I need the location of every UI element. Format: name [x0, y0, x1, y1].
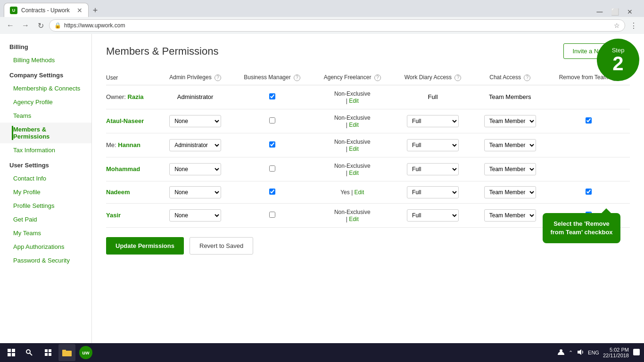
taskbar-file-explorer[interactable] — [58, 344, 75, 361]
chat-select-nadeem[interactable]: Team Members All None — [484, 186, 536, 198]
chat-cell-yasir[interactable]: Team Members All None — [473, 203, 547, 227]
notifications-icon[interactable] — [633, 348, 640, 357]
admin-cell-ataul[interactable]: None Administrator — [158, 109, 232, 133]
workdiary-cell-mohammad[interactable]: Full Limited None — [393, 157, 473, 181]
workdiary-select-hannan[interactable]: Full Limited None — [407, 139, 459, 151]
browser-menu-button[interactable]: ⋮ — [627, 19, 640, 32]
remove-checkbox-ataul[interactable] — [586, 117, 592, 123]
business-checkbox-nadeem[interactable] — [269, 189, 275, 195]
agency-help-icon[interactable]: ? — [374, 74, 381, 81]
workdiary-select-nadeem[interactable]: Full Limited None — [407, 186, 459, 198]
contact-info-link[interactable]: Contact Info — [13, 175, 46, 182]
app-auth-link[interactable]: App Authorizations — [13, 243, 64, 250]
workdiary-select-ataul[interactable]: Full Limited None — [407, 115, 459, 127]
agency-edit-mohammad[interactable]: Edit — [349, 170, 359, 176]
reload-button[interactable]: ↻ — [34, 19, 47, 32]
workdiary-select-mohammad[interactable]: Full Limited None — [407, 163, 459, 175]
browser-chrome: U Contracts - Upwork ✕ + ─ ⬜ ✕ ← → ↻ 🔒 h… — [0, 0, 644, 34]
business-checkbox-hannan[interactable] — [269, 141, 275, 148]
sidebar-item-my-teams[interactable]: My Teams — [0, 226, 91, 240]
sidebar-item-profile-settings[interactable]: Profile Settings — [0, 199, 91, 213]
sidebar-item-tax[interactable]: Tax Information — [0, 143, 91, 157]
start-button[interactable] — [4, 345, 19, 360]
restore-button[interactable]: ⬜ — [608, 7, 621, 17]
workdiary-select-yasir[interactable]: Full Limited None — [407, 209, 459, 222]
agency-edit-hannan[interactable]: Edit — [349, 146, 359, 152]
agency-profile-link[interactable]: Agency Profile — [13, 99, 53, 106]
agency-edit-razia[interactable]: Edit — [349, 98, 359, 104]
get-paid-link[interactable]: Get Paid — [13, 216, 37, 223]
my-profile-link[interactable]: My Profile — [13, 189, 41, 196]
minimize-button[interactable]: ─ — [593, 7, 606, 17]
admin-select-yasir[interactable]: None Administrator — [169, 209, 221, 222]
chat-cell-mohammad[interactable]: Team Members All None — [473, 157, 547, 181]
remove-checkbox-nadeem[interactable] — [586, 189, 592, 195]
sidebar-item-membership[interactable]: Membership & Connects — [0, 82, 91, 95]
agency-edit-yasir[interactable]: Edit — [349, 216, 359, 222]
forward-button[interactable]: → — [19, 19, 32, 32]
members-permissions-link[interactable]: Members & Permissions — [12, 126, 82, 140]
agency-edit-ataul[interactable]: Edit — [349, 122, 359, 128]
sidebar-item-get-paid[interactable]: Get Paid — [0, 213, 91, 226]
chat-select-hannan[interactable]: Team Members All None — [484, 139, 536, 151]
workdiary-cell-nadeem[interactable]: Full Limited None — [393, 181, 473, 203]
membership-link[interactable]: Membership & Connects — [13, 85, 80, 92]
teams-link[interactable]: Teams — [13, 112, 31, 119]
bookmark-icon[interactable]: ☆ — [614, 22, 620, 29]
admin-select-nadeem[interactable]: None Administrator — [169, 186, 221, 198]
tab-close-button[interactable]: ✕ — [77, 7, 83, 14]
sidebar-item-app-auth[interactable]: App Authorizations — [0, 240, 91, 254]
revert-to-saved-button[interactable]: Revert to Saved — [190, 237, 253, 255]
chat-cell-ataul[interactable]: Team Members All None — [473, 109, 547, 133]
admin-cell-hannan[interactable]: None Administrator — [158, 133, 232, 157]
profile-settings-link[interactable]: Profile Settings — [13, 202, 54, 209]
update-permissions-button[interactable]: Update Permissions — [106, 237, 184, 255]
admin-cell-nadeem[interactable]: None Administrator — [158, 181, 232, 203]
chat-help-icon[interactable]: ? — [524, 74, 530, 81]
agency-edit-nadeem[interactable]: Edit — [355, 189, 364, 196]
billing-methods-link[interactable]: Billing Methods — [13, 57, 55, 64]
active-tab[interactable]: U Contracts - Upwork ✕ — [4, 3, 89, 17]
sidebar-item-members-permissions[interactable]: Members & Permissions — [0, 123, 91, 143]
business-checkbox-yasir[interactable] — [269, 212, 275, 218]
taskbar-upwork[interactable]: uw — [77, 344, 94, 361]
sidebar-item-teams[interactable]: Teams — [0, 109, 91, 123]
workdiary-help-icon[interactable]: ? — [454, 74, 461, 81]
workdiary-cell-ataul[interactable]: Full Limited None — [393, 109, 473, 133]
admin-cell-mohammad[interactable]: None Administrator — [158, 157, 232, 181]
chat-select-yasir[interactable]: Team Members All None — [484, 209, 536, 222]
my-teams-link[interactable]: My Teams — [13, 230, 41, 237]
workdiary-cell-yasir[interactable]: Full Limited None — [393, 203, 473, 227]
chat-select-ataul[interactable]: Team Members All None — [484, 115, 536, 127]
business-checkbox-mohammad[interactable] — [269, 165, 275, 172]
back-button[interactable]: ← — [4, 19, 17, 32]
sidebar-item-my-profile[interactable]: My Profile — [0, 185, 91, 199]
agency-cell-mohammad: Non-Exclusive| Edit — [312, 157, 393, 181]
tax-info-link[interactable]: Tax Information — [13, 147, 55, 154]
taskbar-search[interactable] — [21, 344, 38, 361]
business-help-icon[interactable]: ? — [294, 74, 300, 81]
sidebar: Billing Billing Methods Company Settings… — [0, 34, 92, 343]
sidebar-item-billing-methods[interactable]: Billing Methods — [0, 53, 91, 67]
admin-cell-yasir[interactable]: None Administrator — [158, 203, 232, 227]
admin-select-hannan[interactable]: None Administrator — [169, 139, 221, 151]
taskbar-chevron-icon[interactable]: ⌃ — [569, 350, 573, 356]
business-checkbox-razia[interactable] — [269, 93, 275, 99]
admin-select-mohammad[interactable]: None Administrator — [169, 163, 221, 175]
workdiary-cell-razia: Full — [393, 85, 473, 109]
address-bar[interactable]: 🔒 https://www.upwork.com ☆ — [49, 19, 625, 32]
chat-cell-nadeem[interactable]: Team Members All None — [473, 181, 547, 203]
chat-cell-hannan[interactable]: Team Members All None — [473, 133, 547, 157]
taskbar-task-view[interactable] — [40, 344, 57, 361]
password-security-link[interactable]: Password & Security — [13, 257, 70, 264]
chat-select-mohammad[interactable]: Team Members All None — [484, 163, 536, 175]
business-checkbox-ataul[interactable] — [269, 117, 275, 123]
close-window-button[interactable]: ✕ — [623, 7, 636, 17]
sidebar-item-password[interactable]: Password & Security — [0, 254, 91, 267]
sidebar-item-contact-info[interactable]: Contact Info — [0, 172, 91, 185]
admin-help-icon[interactable]: ? — [215, 74, 221, 81]
new-tab-button[interactable]: + — [89, 4, 102, 17]
workdiary-cell-hannan[interactable]: Full Limited None — [393, 133, 473, 157]
admin-select-ataul[interactable]: None Administrator — [169, 115, 221, 127]
sidebar-item-agency-profile[interactable]: Agency Profile — [0, 95, 91, 109]
